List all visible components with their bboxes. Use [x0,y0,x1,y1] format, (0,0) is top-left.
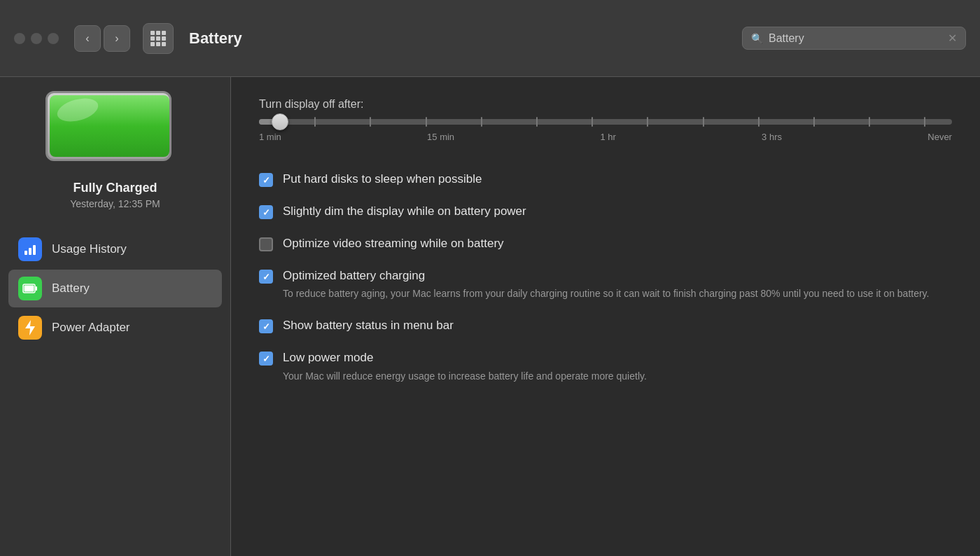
battery-tip [169,113,172,139]
option-row-dim-display: Slightly dim the display while on batter… [259,195,952,228]
slider-tick [426,117,427,127]
option-text-low-power: Low power mode Your Mac will reduce ener… [283,350,952,383]
battery-icon [22,284,38,293]
option-row-hard-disks: Put hard disks to sleep when possible [259,163,952,195]
option-text-optimized-charging: Optimized battery charging To reduce bat… [283,268,952,301]
battery-illustration [46,91,186,168]
sidebar-item-usage-history[interactable]: Usage History [8,230,222,268]
titlebar: ‹ › Battery 🔍 ✕ [0,0,980,77]
sidebar-item-battery[interactable]: Battery [8,270,222,307]
page-title: Battery [189,29,732,48]
content-area: Turn display off after: 1 min [231,77,980,556]
option-text-dim-display: Slightly dim the display while on batter… [283,204,952,219]
slider-tick [370,117,371,127]
option-label-hard-disks: Put hard disks to sleep when possible [283,172,952,187]
slider-track[interactable] [259,119,952,125]
option-label-menu-bar: Show battery status in menu bar [283,318,952,333]
slider-thumb[interactable] [272,113,288,130]
back-button[interactable]: ‹ [74,25,101,52]
option-label-video-streaming: Optimize video streaming while on batter… [283,236,952,251]
forward-icon: › [115,32,118,45]
svg-rect-5 [36,286,38,291]
option-text-hard-disks: Put hard disks to sleep when possible [283,172,952,187]
slider-container: Turn display off after: 1 min [259,98,952,142]
nav-buttons: ‹ › [74,25,130,52]
slider-label-1min: 1 min [259,132,281,142]
option-desc-optimized-charging: To reduce battery aging, your Mac learns… [283,286,952,301]
option-row-video-streaming: Optimize video streaming while on batter… [259,228,952,260]
minimize-button[interactable] [31,33,42,44]
search-icon: 🔍 [751,33,763,44]
slider-tick [924,117,925,127]
svg-rect-2 [33,245,36,255]
slider-tick [813,117,815,127]
slider-tick [758,117,760,127]
slider-tick [481,117,482,127]
slider-tick [592,117,593,127]
search-bar: 🔍 ✕ [742,27,966,50]
close-button[interactable] [14,33,25,44]
checkbox-video-streaming[interactable] [259,237,273,251]
slider-label-1hr: 1 hr [600,132,615,142]
slider-tick [314,117,316,127]
option-text-video-streaming: Optimize video streaming while on batter… [283,236,952,251]
maximize-button[interactable] [48,33,59,44]
battery-time: Yesterday, 12:35 PM [70,198,160,209]
grid-button[interactable] [143,23,174,54]
grid-icon [150,31,166,46]
usage-history-icon [18,237,42,261]
options-list: Put hard disks to sleep when possible Sl… [259,163,952,392]
slider-tick [536,117,538,127]
slider-label: Turn display off after: [259,98,952,111]
bolt-icon [25,320,35,335]
battery-status: Fully Charged [73,181,157,195]
sidebar: Fully Charged Yesterday, 12:35 PM Usage … [0,77,231,556]
option-row-low-power: Low power mode Your Mac will reduce ener… [259,342,952,391]
svg-marker-6 [25,320,35,335]
battery-body [46,91,172,161]
option-label-optimized-charging: Optimized battery charging [283,268,952,284]
checkbox-low-power[interactable] [259,352,273,366]
slider-tick [647,117,648,127]
forward-button[interactable]: › [104,25,130,52]
search-clear-button[interactable]: ✕ [948,32,957,45]
checkbox-optimized-charging[interactable] [259,270,273,284]
option-label-dim-display: Slightly dim the display while on batter… [283,204,952,219]
slider-labels: 1 min 15 min 1 hr 3 hrs Never [259,132,952,142]
sidebar-item-label-battery: Battery [52,282,90,296]
sidebar-item-label-usage-history: Usage History [52,242,127,256]
battery-shine [55,95,101,126]
option-text-menu-bar: Show battery status in menu bar [283,318,952,333]
svg-rect-4 [24,286,34,292]
power-adapter-icon [18,316,42,340]
checkbox-dim-display[interactable] [259,205,273,219]
option-label-low-power: Low power mode [283,350,952,366]
sidebar-item-label-power-adapter: Power Adapter [52,321,130,335]
svg-rect-1 [29,248,31,255]
traffic-lights [14,33,59,44]
slider-label-never: Never [927,132,952,142]
slider-tick [869,117,870,127]
svg-rect-0 [24,251,27,255]
slider-label-15min: 15 min [427,132,454,142]
back-icon: ‹ [85,32,89,45]
slider-label-3hrs: 3 hrs [762,132,782,142]
main-layout: Fully Charged Yesterday, 12:35 PM Usage … [0,77,980,556]
option-row-menu-bar: Show battery status in menu bar [259,310,952,342]
option-row-optimized-charging: Optimized battery charging To reduce bat… [259,260,952,310]
sidebar-nav: Usage History Battery [0,230,230,347]
slider-tick [703,117,704,127]
chart-icon [23,242,37,256]
checkbox-menu-bar[interactable] [259,319,273,333]
battery-nav-icon [18,277,42,300]
option-desc-low-power: Your Mac will reduce energy usage to inc… [283,369,952,384]
sidebar-item-power-adapter[interactable]: Power Adapter [8,309,222,347]
checkbox-hard-disks[interactable] [259,173,273,187]
search-input[interactable] [769,32,942,45]
battery-fill [50,95,169,157]
